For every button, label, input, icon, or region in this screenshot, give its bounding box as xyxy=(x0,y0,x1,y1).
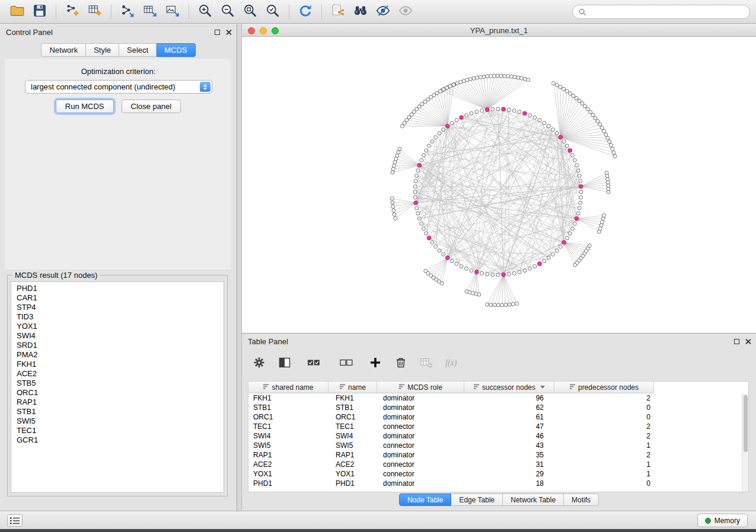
zoom-fit-icon xyxy=(243,3,258,21)
mcds-result-item[interactable]: SWI4 xyxy=(11,331,224,341)
mcds-result-item[interactable]: SRD1 xyxy=(11,341,224,350)
table-row[interactable]: TEC1TEC1connector472 xyxy=(248,422,742,431)
table-scrollbar[interactable] xyxy=(742,393,748,492)
column-header-successor-nodes[interactable]: successor nodes xyxy=(464,382,554,393)
sort-chevron-icon[interactable] xyxy=(540,386,545,389)
add-entry-button[interactable] xyxy=(366,355,384,373)
save-session-button[interactable] xyxy=(28,2,51,21)
table-row[interactable]: ORC1ORC1dominator610 xyxy=(248,412,742,422)
status-list-button[interactable] xyxy=(7,514,23,527)
column-header-shared-name[interactable]: shared name xyxy=(248,382,328,393)
tab-select[interactable]: Select xyxy=(119,43,157,57)
find-button[interactable] xyxy=(349,2,372,21)
close-panel-icon[interactable] xyxy=(225,29,232,36)
column-header-predecessor-nodes[interactable]: predecessor nodes xyxy=(554,382,654,393)
refresh-button[interactable] xyxy=(294,2,317,21)
mcds-result-item[interactable]: TEC1 xyxy=(11,426,224,435)
network-graph[interactable] xyxy=(242,37,756,333)
cell-successor-nodes: 96 xyxy=(464,393,554,403)
toggle-column-button[interactable] xyxy=(276,355,294,373)
zoom-fit-button[interactable] xyxy=(239,2,261,21)
close-panel-button[interactable]: Close panel xyxy=(122,100,181,113)
import-table-button[interactable] xyxy=(84,2,106,21)
mcds-result-item[interactable]: ORC1 xyxy=(11,388,224,398)
zoom-in-button[interactable] xyxy=(194,2,216,21)
tab-node-table[interactable]: Node Table xyxy=(399,493,452,506)
sort-icon xyxy=(339,383,346,392)
mcds-result-item[interactable]: GCR1 xyxy=(11,435,224,445)
refresh-icon xyxy=(298,3,313,21)
mcds-result-item[interactable]: STB1 xyxy=(11,407,224,416)
node-table: shared namenameMCDS rolesuccessor nodesp… xyxy=(248,381,749,492)
cell-successor-nodes: 46 xyxy=(464,431,554,441)
mcds-result-item[interactable]: TID3 xyxy=(11,312,224,322)
mcds-result-item[interactable]: FKH1 xyxy=(11,360,224,369)
cell-predecessor-nodes: 0 xyxy=(554,479,654,488)
tab-mcds[interactable]: MCDS xyxy=(157,43,195,57)
zoom-selected-button[interactable] xyxy=(261,2,284,21)
document-share-button[interactable] xyxy=(327,2,349,21)
table-panel: Table Panel f(x) shared namenameMCDS rol… xyxy=(242,333,756,511)
cell-shared-name: SWI4 xyxy=(248,431,328,441)
sort-icon xyxy=(473,383,480,392)
scrollbar-thumb[interactable] xyxy=(744,395,748,452)
cell-shared-name: STB1 xyxy=(248,403,328,412)
mcds-result-item[interactable]: PHD1 xyxy=(11,284,224,293)
table-row[interactable]: FKH1FKH1dominator962 xyxy=(248,393,742,403)
table-row[interactable]: SWI4SWI4dominator462 xyxy=(248,431,742,441)
float-table-panel-icon[interactable] xyxy=(734,339,739,344)
cell-name: FKH1 xyxy=(328,393,377,403)
select-all-button[interactable] xyxy=(301,355,326,373)
tab-style[interactable]: Style xyxy=(86,43,119,57)
mcds-result-list[interactable]: PHD1CAR1STP4TID3YOX1SWI4SRD1PMA2FKH1ACE2… xyxy=(11,281,224,493)
mcds-result-item[interactable]: STB5 xyxy=(11,379,224,388)
mcds-result-item[interactable]: STP4 xyxy=(11,303,224,312)
table-row[interactable]: STB1STB1dominator620 xyxy=(248,403,742,412)
search-input[interactable] xyxy=(590,8,744,16)
mcds-result-item[interactable]: YOX1 xyxy=(11,322,224,331)
cell-successor-nodes: 43 xyxy=(464,441,554,450)
mcds-result-group: MCDS result (17 nodes) PHD1CAR1STP4TID3Y… xyxy=(7,275,228,496)
save-session-icon xyxy=(32,3,47,21)
settings-gear-button[interactable] xyxy=(250,355,268,373)
cell-name: YOX1 xyxy=(328,469,377,479)
mcds-result-item[interactable]: PMA2 xyxy=(11,350,224,360)
criterion-dropdown[interactable]: largest connected component (undirected) xyxy=(25,80,212,94)
mcds-result-item[interactable]: CAR1 xyxy=(11,293,224,303)
tab-motifs[interactable]: Motifs xyxy=(564,493,599,506)
column-header-name[interactable]: name xyxy=(328,382,377,393)
search-field[interactable] xyxy=(572,5,750,19)
deselect-all-button[interactable] xyxy=(334,355,359,373)
tab-edge-table[interactable]: Edge Table xyxy=(451,493,503,506)
list-icon xyxy=(9,517,20,525)
table-row[interactable]: PHD1PHD1dominator180 xyxy=(248,479,742,488)
tab-network[interactable]: Network xyxy=(41,43,86,57)
import-network-button[interactable] xyxy=(61,2,84,21)
control-panel: Control Panel NetworkStyleSelectMCDS Opt… xyxy=(0,24,237,511)
mcds-result-item[interactable]: SWI5 xyxy=(11,416,224,426)
export-table-button[interactable] xyxy=(139,2,161,21)
zoom-out-button[interactable] xyxy=(216,2,239,21)
table-row[interactable]: YOX1YOX1connector291 xyxy=(248,469,742,479)
toggle-column-icon xyxy=(277,355,292,372)
column-header-mcds-role[interactable]: MCDS role xyxy=(377,382,464,393)
eye-slash-button[interactable] xyxy=(372,2,394,21)
network-canvas[interactable] xyxy=(242,37,756,333)
memory-button[interactable]: Memory xyxy=(697,514,748,527)
table-row[interactable]: ACE2ACE2connector311 xyxy=(248,460,742,469)
mcds-result-item[interactable]: RAP1 xyxy=(11,398,224,407)
tab-network-table[interactable]: Network Table xyxy=(503,493,564,506)
float-panel-icon[interactable] xyxy=(215,30,220,35)
export-network-button[interactable] xyxy=(116,2,139,21)
export-image-button[interactable] xyxy=(161,2,184,21)
panel-splitter[interactable] xyxy=(237,24,242,511)
open-file-button[interactable] xyxy=(6,2,28,21)
main-toolbar xyxy=(0,0,756,24)
close-table-panel-icon[interactable] xyxy=(745,338,751,345)
mcds-result-item[interactable]: ACE2 xyxy=(11,369,224,379)
run-mcds-button[interactable]: Run MCDS xyxy=(56,100,114,113)
table-row[interactable]: RAP1RAP1dominator352 xyxy=(248,450,742,460)
delete-entry-button[interactable] xyxy=(392,355,410,373)
search-icon xyxy=(579,8,586,16)
table-row[interactable]: SWI5SWI5connector431 xyxy=(248,441,742,450)
